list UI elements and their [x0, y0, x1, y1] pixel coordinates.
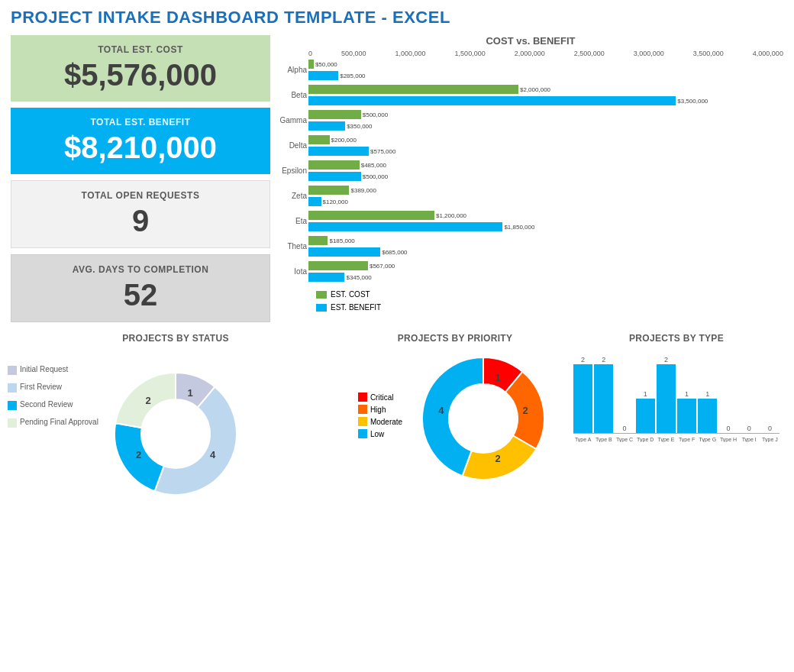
svg-text:1: 1: [495, 372, 501, 383]
open-requests-value: 9: [24, 204, 257, 238]
total-benefit-value: $8,210,000: [23, 131, 258, 165]
total-cost-kpi: TOTAL EST. COST $5,576,000: [11, 35, 270, 102]
type-bar-group: 2: [657, 356, 676, 433]
cost-benefit-container: 0500,0001,000,0001,500,0002,000,0002,500…: [278, 50, 783, 283]
cb-row-gamma: Gamma$500,000$350,000: [308, 109, 783, 131]
total-benefit-kpi: TOTAL EST. BENEFIT $8,210,000: [11, 108, 270, 174]
svg-text:1: 1: [188, 387, 193, 399]
priority-legend-item: Low: [358, 429, 402, 438]
type-bar: [573, 364, 592, 433]
cb-row-delta: Delta$200,000$575,000: [308, 134, 783, 157]
total-benefit-label: TOTAL EST. BENEFIT: [23, 117, 258, 128]
priority-legend: CriticalHighModerateLow: [358, 393, 402, 438]
type-panel: PROJECTS BY TYPE 2201211000Type AType BT…: [570, 333, 783, 518]
cb-axis: 0500,0001,000,0001,500,0002,000,0002,500…: [278, 50, 783, 57]
status-legend-item: Second Review: [8, 400, 98, 410]
page-title: PROJECT INTAKE DASHBOARD TEMPLATE - EXCE…: [11, 8, 783, 27]
total-cost-label: TOTAL EST. COST: [23, 44, 258, 55]
cb-row-beta: Beta$2,000,000$3,500,000: [308, 84, 783, 106]
cost-benefit-chart-area: COST vs. BENEFIT 0500,0001,000,0001,500,…: [270, 35, 783, 322]
type-title: PROJECTS BY TYPE: [629, 333, 724, 344]
cb-row-theta: Theta$185,000$685,000: [308, 235, 783, 257]
type-bar: [677, 399, 696, 433]
type-bar-group: 0: [615, 425, 634, 433]
priority-donut-chart: 1224: [415, 350, 552, 487]
type-bars-row: 2201211000: [573, 350, 779, 434]
type-bar: [636, 399, 655, 433]
status-legend: Initial RequestFirst ReviewSecond Review…: [8, 365, 98, 428]
type-bar: [698, 399, 717, 433]
priority-legend-item: Critical: [358, 393, 402, 402]
cost-benefit-title: COST vs. BENEFIT: [278, 35, 783, 47]
svg-text:2: 2: [136, 449, 141, 460]
svg-text:4: 4: [438, 405, 444, 416]
type-bar-group: 0: [718, 425, 738, 433]
bottom-section: PROJECTS BY STATUS Initial RequestFirst …: [11, 333, 783, 518]
priority-panel: PROJECTS BY PRIORITY CriticalHighModerat…: [348, 333, 562, 518]
avg-days-kpi: AVG. DAYS TO COMPLETION 52: [11, 254, 270, 322]
cb-row-alpha: Alpha$50,000$285,000: [308, 59, 783, 81]
status-legend-item: Pending Final Approval: [8, 418, 98, 428]
kpi-panel: TOTAL EST. COST $5,576,000 TOTAL EST. BE…: [11, 35, 270, 322]
type-bar-group: 1: [677, 390, 696, 433]
status-donut-chart: 1422: [107, 365, 244, 502]
open-requests-kpi: TOTAL OPEN REQUESTS 9: [11, 180, 270, 248]
type-bar-group: 1: [636, 390, 655, 433]
type-bar-group: 2: [573, 356, 592, 433]
cb-row-epsilon: Epsilon$485,000$500,000: [308, 160, 783, 182]
cb-row-zeta: Zeta$389,000$120,000: [308, 185, 783, 207]
avg-days-value: 52: [24, 278, 257, 312]
cb-row-iota: Iota$567,000$345,000: [308, 260, 783, 283]
priority-legend-item: High: [358, 405, 402, 414]
type-bar-group: 0: [760, 425, 779, 433]
status-legend-item: Initial Request: [8, 365, 98, 375]
status-title: PROJECTS BY STATUS: [122, 333, 228, 344]
avg-days-label: AVG. DAYS TO COMPLETION: [24, 264, 257, 275]
cb-rows: Alpha$50,000$285,000Beta$2,000,000$3,500…: [278, 59, 783, 283]
svg-text:4: 4: [210, 449, 216, 460]
svg-text:2: 2: [495, 453, 501, 464]
type-bar: [657, 364, 676, 433]
cb-row-eta: Eta$1,200,000$1,850,000: [308, 210, 783, 232]
svg-text:2: 2: [523, 405, 528, 416]
type-bar-group: 2: [594, 356, 613, 433]
type-bar-group: 1: [698, 390, 717, 433]
total-cost-value: $5,576,000: [23, 58, 258, 92]
status-panel: PROJECTS BY STATUS Initial RequestFirst …: [11, 333, 341, 518]
svg-text:2: 2: [145, 395, 150, 406]
open-requests-label: TOTAL OPEN REQUESTS: [24, 190, 257, 201]
priority-title: PROJECTS BY PRIORITY: [398, 333, 512, 344]
type-bar: [594, 364, 613, 433]
type-bar-group: 0: [740, 425, 759, 433]
type-bar-chart: 2201211000Type AType BType CType DType E…: [570, 350, 783, 442]
priority-legend-item: Moderate: [358, 417, 402, 426]
status-legend-item: First Review: [8, 383, 98, 393]
